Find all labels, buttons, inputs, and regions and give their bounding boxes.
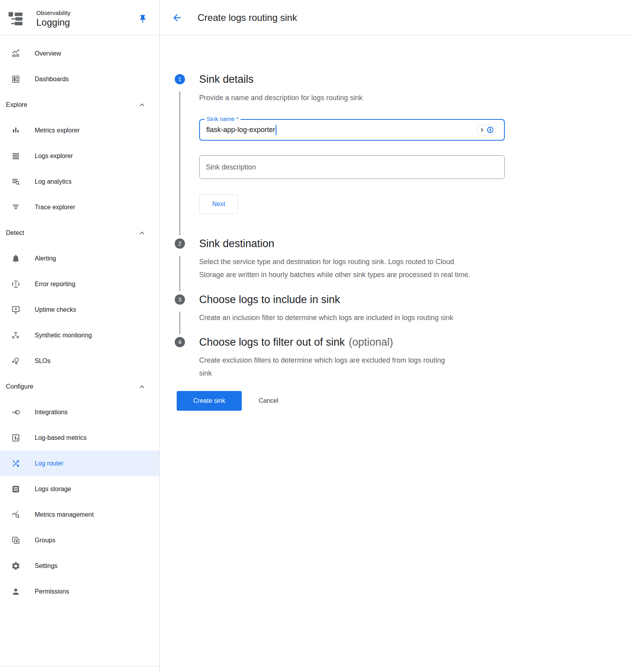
step-badge-column: 1: [175, 74, 185, 214]
sidebar-group-detect[interactable]: Detect: [0, 220, 159, 246]
product-name: Observability: [36, 9, 138, 17]
sidebar-item-label: Alerting: [35, 255, 56, 262]
sidebar-item-dashboards[interactable]: Dashboards: [0, 66, 159, 92]
next-button[interactable]: Next: [199, 194, 238, 214]
sidebar-titles: Observability Logging: [36, 9, 138, 28]
sidebar-item-label: Metrics explorer: [35, 127, 80, 134]
sidebar-item-log-based-metrics[interactable]: Log-based metrics: [0, 425, 159, 450]
stepper-connector: [179, 256, 180, 291]
step-sink-details: 1 Sink details Provide a name and descri…: [175, 74, 631, 214]
step-sink-destination: 2 Sink destination Select the service ty…: [175, 238, 631, 281]
step-body: Sink details Provide a name and descript…: [199, 74, 505, 214]
page-title: Create logs routing sink: [198, 12, 297, 23]
sidebar-group-label: Detect: [6, 229, 24, 236]
log-based-metrics-icon: [11, 433, 21, 443]
sidebar-item-metrics-explorer[interactable]: Metrics explorer: [0, 117, 159, 143]
sidebar-item-groups[interactable]: Groups: [0, 527, 159, 553]
sidebar-item-label: Overview: [35, 50, 61, 57]
sidebar-item-label: Error reporting: [35, 281, 75, 288]
error-reporting-icon: [11, 279, 21, 289]
integrations-icon: [11, 408, 21, 417]
sidebar-item-label: Uptime checks: [35, 306, 76, 313]
step-title: Sink destination: [199, 238, 475, 249]
create-sink-button[interactable]: Create sink: [177, 391, 242, 411]
settings-gear-icon: [11, 561, 21, 571]
log-analytics-icon: [11, 177, 21, 186]
sidebar-nav-list: Overview Dashboards Explore Metrics expl…: [0, 35, 159, 604]
metrics-management-icon: [11, 510, 21, 519]
sidebar-item-log-analytics[interactable]: Log analytics: [0, 169, 159, 194]
step-description: Select the service type and destination …: [199, 255, 475, 281]
logs-storage-icon: [11, 484, 21, 494]
step-include-logs: 3 Choose logs to include in sink Create …: [175, 294, 631, 324]
back-arrow-icon[interactable]: [172, 12, 183, 23]
sidebar-item-label: Groups: [35, 537, 55, 544]
sink-name-label: Sink name *: [205, 115, 241, 122]
logging-product-icon: [7, 10, 24, 28]
pin-icon[interactable]: [138, 14, 147, 24]
sidebar-item-label: Permissions: [35, 588, 69, 595]
onepassword-icon: [487, 127, 493, 133]
step-number-badge: 4: [175, 337, 185, 347]
sidebar-item-logs-explorer[interactable]: Logs explorer: [0, 143, 159, 169]
sidebar-item-label: Dashboards: [35, 76, 69, 83]
cancel-button[interactable]: Cancel: [256, 397, 281, 405]
sidebar-item-settings[interactable]: Settings: [0, 553, 159, 579]
sink-name-input[interactable]: Sink name * flask-app-log-exporter: [199, 119, 505, 141]
sidebar-group-label: Configure: [6, 383, 33, 390]
step-badge-column: 3: [175, 294, 185, 324]
stepper-connector: [179, 312, 180, 334]
sidebar-item-label: Log router: [35, 460, 63, 467]
sidebar-item-uptime-checks[interactable]: Uptime checks: [0, 297, 159, 322]
logging-sidebar: Observability Logging Overview Dashboard…: [0, 0, 160, 672]
overview-icon: [11, 49, 21, 58]
sink-description-input[interactable]: [199, 155, 505, 179]
chevron-up-icon[interactable]: [138, 382, 146, 391]
step-body: Choose logs to include in sink Create an…: [199, 294, 453, 324]
sidebar-item-error-reporting[interactable]: Error reporting: [0, 271, 159, 297]
alerting-icon: [11, 254, 21, 263]
password-manager-pill[interactable]: [477, 125, 496, 135]
trace-explorer-icon: [11, 203, 21, 212]
step-number-badge: 2: [175, 238, 185, 249]
sidebar-group-configure[interactable]: Configure: [0, 374, 159, 399]
sidebar-item-label: Synthetic monitoring: [35, 332, 92, 339]
sidebar-item-log-router[interactable]: Log router: [0, 450, 159, 476]
step-badge-column: 2: [175, 238, 185, 281]
sidebar-item-label: Settings: [35, 562, 58, 570]
step-body: Choose logs to filter out of sink(option…: [199, 337, 456, 380]
sidebar-item-overview[interactable]: Overview: [0, 41, 159, 66]
sidebar-item-label: Logs storage: [35, 486, 71, 493]
sidebar-item-label: Log-based metrics: [35, 434, 87, 441]
sidebar-item-trace-explorer[interactable]: Trace explorer: [0, 194, 159, 220]
step-number-badge: 1: [175, 74, 185, 84]
sidebar-item-metrics-management[interactable]: Metrics management: [0, 502, 159, 527]
page-header: Create logs routing sink: [160, 0, 631, 35]
sidebar-item-synthetic-monitoring[interactable]: Synthetic monitoring: [0, 322, 159, 348]
step-number-badge: 3: [175, 294, 185, 305]
dashboards-icon: [11, 74, 21, 84]
metrics-explorer-icon: [11, 126, 21, 135]
chevron-up-icon[interactable]: [138, 229, 146, 237]
sidebar-item-slos[interactable]: SLOs: [0, 348, 159, 374]
groups-icon: [11, 536, 21, 545]
step-description: Provide a name and description for logs …: [199, 92, 505, 103]
sidebar-item-label: Trace explorer: [35, 204, 75, 211]
chevron-up-icon[interactable]: [138, 101, 146, 109]
slos-icon: [11, 356, 21, 366]
step-title: Sink details: [199, 74, 505, 84]
sidebar-item-label: Logs explorer: [35, 153, 73, 160]
sidebar-group-explore[interactable]: Explore: [0, 92, 159, 117]
sink-stepper: 1 Sink details Provide a name and descri…: [160, 35, 631, 434]
sidebar-item-integrations[interactable]: Integrations: [0, 399, 159, 425]
sidebar-bottom-divider: [0, 666, 159, 666]
text-cursor: [276, 125, 276, 135]
sidebar-item-permissions[interactable]: Permissions: [0, 579, 159, 604]
sidebar-item-label: Metrics management: [35, 511, 93, 518]
sidebar-item-logs-storage[interactable]: Logs storage: [0, 476, 159, 502]
sidebar-item-label: Integrations: [35, 409, 68, 416]
step-body: Sink destination Select the service type…: [199, 238, 475, 281]
sidebar-group-label: Explore: [6, 101, 27, 108]
sidebar-item-alerting[interactable]: Alerting: [0, 246, 159, 271]
step-title-text: Choose logs to filter out of sink: [199, 336, 345, 348]
